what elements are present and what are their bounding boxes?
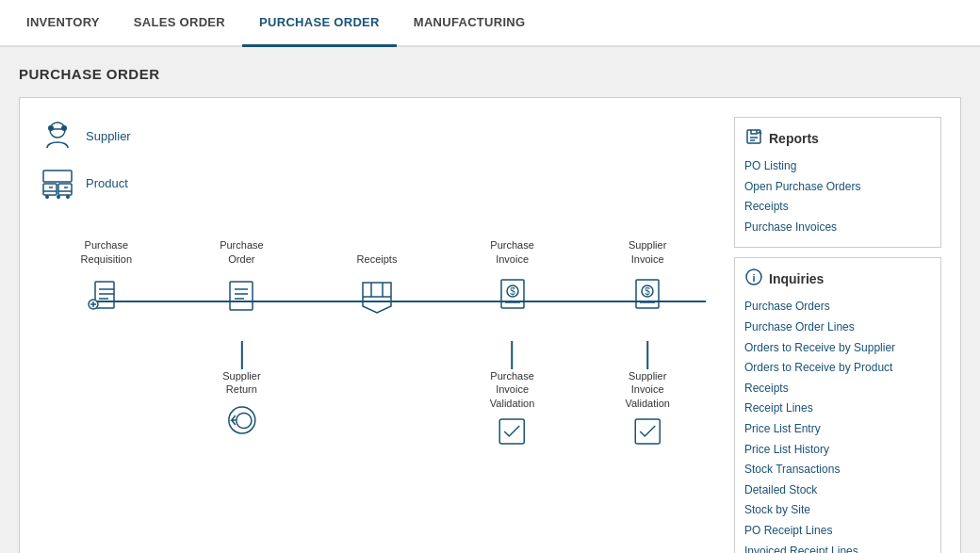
inquiries-panel: i Inquiries Purchase Orders Purchase Ord…	[734, 257, 941, 553]
top-navigation: INVENTORY SALES ORDER PURCHASE ORDER MAN…	[0, 0, 980, 47]
workflow-area: PurchaseRequisition	[39, 239, 715, 428]
report-link-purchase-invoices[interactable]: Purchase Invoices	[744, 218, 931, 238]
main-box: Supplier	[19, 97, 961, 553]
po-icon	[218, 273, 265, 320]
product-icon	[39, 164, 76, 202]
inquiry-price-list-history[interactable]: Price List History	[744, 440, 931, 461]
inquiry-invoiced-receipt-lines[interactable]: Invoiced Receipt Lines	[744, 542, 931, 554]
step-purchase-order[interactable]: PurchaseOrder Supplie	[174, 239, 310, 320]
reports-links: PO Listing Open Purchase Orders Receipts…	[744, 156, 931, 237]
pinvvalidation-icon	[497, 415, 529, 450]
svg-rect-4	[43, 184, 57, 195]
step-purchase-invoice[interactable]: PurchaseInvoice $ Purc	[445, 239, 580, 320]
product-entity[interactable]: Product	[39, 164, 715, 202]
report-link-receipts[interactable]: Receipts	[744, 197, 931, 218]
svg-rect-35	[635, 419, 660, 444]
svg-rect-5	[58, 184, 72, 195]
svg-text:i: i	[752, 272, 755, 284]
inquiry-orders-receive-product[interactable]: Orders to Receive by Product	[744, 358, 931, 379]
entity-list: Supplier	[39, 117, 715, 202]
nav-sales-order[interactable]: SALES ORDER	[117, 0, 242, 47]
svg-point-12	[57, 195, 60, 199]
product-label: Product	[86, 176, 128, 190]
svg-rect-30	[500, 419, 525, 444]
svg-point-11	[45, 195, 49, 199]
supplier-label: Supplier	[86, 129, 131, 143]
left-section: Supplier	[39, 117, 715, 553]
step-supplier-invoice[interactable]: SupplierInvoice $ Supp	[580, 239, 715, 320]
svg-point-13	[66, 195, 70, 199]
nav-manufacturing[interactable]: MANUFACTURING	[397, 0, 543, 47]
reports-header: Reports	[744, 127, 931, 149]
inquiry-detailed-stock[interactable]: Detailed Stock	[744, 480, 931, 501]
step-label: Receipts	[357, 239, 398, 266]
sinvoice-icon: $	[624, 273, 671, 320]
inquiry-stock-by-site[interactable]: Stock by Site	[744, 500, 931, 521]
supplier-entity[interactable]: Supplier	[39, 117, 715, 155]
page-title: PURCHASE ORDER	[19, 66, 961, 82]
vline-sinv	[646, 341, 648, 369]
inquiry-po-receipt-lines[interactable]: PO Receipt Lines	[744, 521, 931, 542]
step-purchase-requisition[interactable]: PurchaseRequisition	[39, 239, 174, 320]
vline-return	[240, 341, 242, 369]
substep-supplier-return: SupplierReturn	[222, 341, 260, 441]
substep-pinv-validation: PurchaseInvoiceValidation	[490, 341, 535, 450]
svg-text:$: $	[510, 286, 515, 297]
inquiries-title: Inquiries	[769, 271, 824, 286]
reports-title: Reports	[769, 131, 819, 146]
substep-sinv-validation: SupplierInvoiceValidation	[625, 341, 670, 450]
step-label: SupplierInvoice	[629, 239, 666, 266]
svg-point-2	[61, 125, 67, 131]
supplier-icon	[39, 117, 76, 155]
inquiries-links: Purchase Orders Purchase Order Lines Ord…	[744, 297, 931, 553]
step-label: PurchaseOrder	[220, 239, 263, 266]
pinvoice-icon: $	[489, 273, 536, 320]
return-icon	[223, 402, 259, 441]
inquiry-receipt-lines[interactable]: Receipt Lines	[744, 398, 931, 419]
svg-text:$: $	[645, 286, 650, 297]
inquiry-orders-receive-supplier[interactable]: Orders to Receive by Supplier	[744, 338, 931, 359]
requisition-icon	[83, 273, 130, 320]
inquiries-icon: i	[744, 268, 763, 289]
inquiry-po-lines[interactable]: Purchase Order Lines	[744, 317, 931, 338]
page-content: PURCHASE ORDER Supplier	[0, 47, 980, 553]
inquiries-header: i Inquiries	[744, 268, 931, 289]
substep-label: PurchaseInvoiceValidation	[490, 369, 535, 410]
step-label: PurchaseRequisition	[81, 239, 132, 266]
inquiry-stock-transactions[interactable]: Stock Transactions	[744, 460, 931, 480]
inquiry-purchase-orders[interactable]: Purchase Orders	[744, 297, 931, 317]
inquiry-receipts[interactable]: Receipts	[744, 379, 931, 399]
receipts-icon	[353, 273, 400, 320]
step-receipts[interactable]: Receipts	[309, 239, 445, 320]
nav-purchase-order[interactable]: PURCHASE ORDER	[242, 0, 397, 47]
substep-label: SupplierInvoiceValidation	[625, 369, 670, 410]
substep-label: SupplierReturn	[222, 369, 260, 397]
report-link-open-po[interactable]: Open Purchase Orders	[744, 177, 931, 198]
report-link-po-listing[interactable]: PO Listing	[744, 156, 931, 177]
svg-rect-6	[43, 171, 72, 182]
svg-point-1	[48, 125, 54, 131]
right-section: Reports PO Listing Open Purchase Orders …	[734, 117, 941, 553]
svg-rect-21	[230, 282, 253, 310]
reports-panel: Reports PO Listing Open Purchase Orders …	[734, 117, 941, 248]
nav-inventory[interactable]: INVENTORY	[9, 0, 117, 47]
inquiry-price-list-entry[interactable]: Price List Entry	[744, 419, 931, 440]
sinvvalidation-icon	[631, 415, 663, 450]
step-label: PurchaseInvoice	[490, 239, 533, 266]
reports-icon	[744, 127, 763, 149]
vline-pinv	[512, 341, 514, 369]
